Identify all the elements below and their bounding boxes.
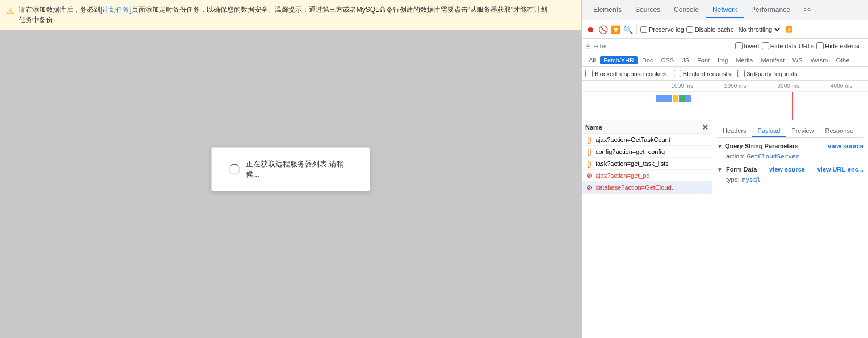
req-icon-1: {} [585, 148, 593, 156]
hide-extensions-checkbox[interactable] [816, 42, 824, 49]
detail-tab-headers[interactable]: Headers [717, 125, 752, 137]
tl-bar-3 [673, 95, 678, 102]
request-item-0[interactable]: {} ajax?action=GetTaskCount [582, 134, 712, 146]
detail-panel: Headers Payload Preview Response ▼ Query… [712, 120, 868, 338]
view-url-encoded-link[interactable]: view URL-enc... [817, 166, 863, 173]
request-item-1[interactable]: {} config?action=get_config [582, 146, 712, 158]
tab-performance[interactable]: Performance [744, 2, 797, 18]
filter-input[interactable] [593, 43, 733, 49]
disable-cache-label[interactable]: Disable cache [686, 26, 734, 33]
req-icon-4: ⊗ [585, 183, 593, 191]
type-btn-manifest[interactable]: Manifest [757, 56, 788, 64]
timeline-bars [656, 95, 691, 102]
type-btn-js[interactable]: JS [678, 56, 693, 64]
req-name-3: ajax?action=get_pd [596, 172, 650, 179]
blocked-cookies-checkbox[interactable] [585, 70, 593, 77]
filter-bar: ⊟ Invert Hide data URLs Hide extensi... [582, 39, 868, 53]
loading-text: 正在获取远程服务器列表,请稍候... [246, 159, 353, 180]
type-btn-font[interactable]: Font [694, 56, 713, 64]
disable-cache-checkbox[interactable] [686, 26, 693, 33]
request-item-3[interactable]: ⊗ ajax?action=get_pd [582, 170, 712, 182]
warning-bar: ⚠ 请在添加数据库后，务必到[计划任务]页面添加定时备份任务，以确保您的数据安全… [0, 0, 581, 30]
hide-data-urls-label[interactable]: Hide data URLs [762, 42, 815, 49]
tl-bar-1 [656, 95, 664, 102]
online-icon[interactable]: 📶 [784, 24, 794, 35]
type-btn-media[interactable]: Media [732, 56, 756, 64]
type-filter-row: All Fetch/XHR Doc CSS JS Font Img Media … [582, 53, 868, 67]
param-key-action: action: [726, 153, 744, 160]
form-key-type: type: [726, 176, 740, 183]
blocked-row: Blocked response cookies Blocked request… [582, 67, 868, 81]
third-party-checkbox[interactable] [737, 70, 745, 77]
blocked-requests-label[interactable]: Blocked requests [674, 70, 731, 77]
triangle-icon-2: ▼ [717, 166, 723, 173]
view-source-link-query[interactable]: view source [828, 143, 863, 149]
detail-tab-response[interactable]: Response [819, 125, 859, 137]
timeline-ruler: 1000 ms 2000 ms 3000 ms 4000 ms [582, 81, 868, 92]
tick-1000: 1000 ms [656, 83, 709, 89]
record-icon[interactable]: ⏺ [585, 24, 596, 35]
loading-overlay: 正在获取远程服务器列表,请稍候... [211, 147, 370, 191]
param-value-action: GetCloudServer [747, 153, 799, 160]
type-btn-doc[interactable]: Doc [639, 56, 657, 64]
query-param-action: action: GetCloudServer [717, 152, 863, 161]
blocked-cookies-label[interactable]: Blocked response cookies [585, 70, 667, 77]
filter-toggle-icon[interactable]: 🔽 [610, 24, 620, 35]
clear-icon[interactable]: 🚫 [598, 24, 608, 35]
tick-4000: 4000 ms [815, 83, 869, 89]
type-btn-ws[interactable]: WS [789, 56, 806, 64]
req-name-2: task?action=get_task_lists [596, 160, 669, 167]
invert-checkbox[interactable] [735, 42, 743, 49]
search-icon[interactable]: 🔍 [623, 24, 633, 35]
view-source-link-form[interactable]: view source [769, 166, 805, 173]
requests-section: Name ✕ {} ajax?action=GetTaskCount {} co… [582, 120, 868, 338]
form-data-title: ▼ Form Data view source view URL-enc... [717, 166, 863, 173]
spinner [229, 164, 240, 175]
type-btn-css[interactable]: CSS [658, 56, 678, 64]
filter-icon: ⊟ [585, 42, 591, 50]
network-toolbar: ⏺ 🚫 🔽 🔍 Preserve log Disable cache No th… [582, 20, 868, 39]
form-param-type: type: mysql [717, 175, 863, 185]
type-btn-img[interactable]: Img [714, 56, 731, 64]
tab-more[interactable]: >> [797, 2, 819, 18]
blocked-requests-checkbox[interactable] [674, 70, 681, 77]
red-line [792, 92, 793, 120]
devtools-tabs-bar: Elements Sources Console Network Perform… [582, 0, 868, 20]
close-detail-btn[interactable]: ✕ [702, 123, 708, 132]
third-party-label[interactable]: 3rd-party requests [737, 70, 797, 77]
invert-label[interactable]: Invert [735, 42, 760, 49]
throttle-select[interactable]: No throttling [736, 26, 782, 34]
req-icon-0: {} [585, 136, 593, 144]
type-btn-other[interactable]: Othe... [832, 56, 858, 64]
form-value-type: mysql [742, 176, 761, 183]
tick-2000: 2000 ms [709, 83, 762, 89]
devtools-panel: Elements Sources Console Network Perform… [581, 0, 868, 338]
requests-list: Name ✕ {} ajax?action=GetTaskCount {} co… [582, 120, 712, 338]
tab-elements[interactable]: Elements [586, 2, 628, 18]
req-icon-2: {} [585, 160, 593, 168]
timeline-content [582, 92, 868, 120]
req-name-4: database?action=GetCloud... [596, 184, 677, 191]
detail-tabs: Headers Payload Preview Response [717, 125, 863, 138]
tick-3000: 3000 ms [762, 83, 815, 89]
detail-tab-payload[interactable]: Payload [752, 125, 786, 137]
preserve-log-checkbox[interactable] [640, 26, 647, 33]
timeline-area: 1000 ms 2000 ms 3000 ms 4000 ms [582, 81, 868, 120]
hide-data-urls-checkbox[interactable] [762, 42, 769, 49]
type-btn-all[interactable]: All [585, 56, 599, 64]
detail-tab-preview[interactable]: Preview [786, 125, 819, 137]
tab-console[interactable]: Console [667, 2, 706, 18]
tab-network[interactable]: Network [706, 2, 744, 18]
request-item-4[interactable]: ⊗ database?action=GetCloud... [582, 182, 712, 194]
tab-sources[interactable]: Sources [628, 2, 667, 18]
toolbar-sep-1 [636, 25, 637, 34]
requests-header: Name ✕ [582, 120, 712, 134]
request-item-2[interactable]: {} task?action=get_task_lists [582, 158, 712, 170]
type-btn-wasm[interactable]: Wasm [807, 56, 832, 64]
preserve-log-label[interactable]: Preserve log [640, 26, 684, 33]
hide-extensions-label[interactable]: Hide extensi... [816, 42, 865, 49]
warning-icon: ⚠ [7, 5, 14, 17]
type-btn-fetch-xhr[interactable]: Fetch/XHR [600, 56, 638, 64]
tl-bar-5 [685, 95, 691, 102]
plan-task-link[interactable]: [计划任务] [100, 6, 132, 14]
